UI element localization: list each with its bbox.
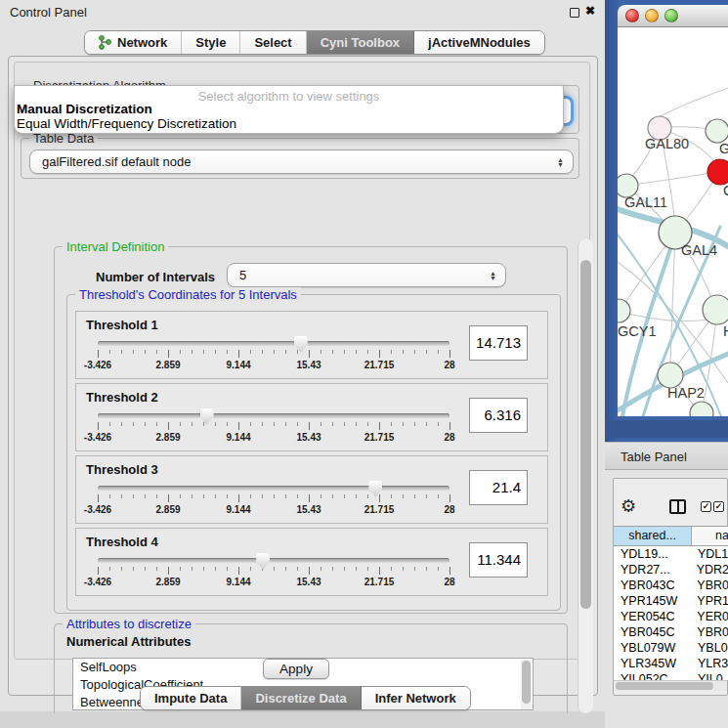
slider-tick [426,422,427,426]
cell-name: YER0 [692,609,728,624]
table-row[interactable]: YBR043CYBR0 [614,578,728,593]
slider-track[interactable] [98,558,450,563]
slider-thumb[interactable] [256,553,270,570]
slider-tick [285,567,286,571]
table-row[interactable]: YDL19...YDL1 [614,546,728,562]
num-intervals-combobox[interactable]: 5 ▲▼ [227,263,506,287]
tab-network[interactable]: Network [85,31,182,54]
cell-shared-name: YDL19... [614,546,693,562]
column-header-shared-name[interactable]: shared... [614,527,692,545]
table-body: YDL19...YDL1YDR27...YDR2YBR043CYBR0YPR14… [614,546,728,680]
apply-button[interactable]: Apply [263,659,329,679]
table-panel-area: ⚙ ✓ ✓ shared... na YDL19...YDL1YDR27...Y… [605,470,728,728]
checkbox-icon[interactable]: ✓ [701,501,711,512]
table-row[interactable]: YBR045CYBR0 [614,624,728,640]
close-traffic-light-icon[interactable] [625,9,639,22]
slider-tick [238,350,239,358]
cell-name: YPR1 [692,593,728,609]
slider-tick [180,350,181,354]
slider-tick [145,350,146,354]
scrollbar-thumb[interactable] [580,260,591,609]
columns-icon[interactable] [669,499,686,514]
vertical-scrollbar[interactable] [578,238,593,713]
slider-tick [227,350,228,354]
tab-label: Network [117,35,167,50]
table-row[interactable]: YER054CYER0 [614,609,728,624]
scale-label: 9.144 [226,360,250,370]
slider-tick [332,350,333,354]
slider-track[interactable] [98,413,450,418]
dropdown-item-equal-width[interactable]: Equal Width/Frequency Discretization [15,116,563,131]
minimize-traffic-light-icon[interactable] [645,9,659,22]
close-icon[interactable]: ✖ [585,4,595,18]
horizontal-scrollbar[interactable] [614,680,727,691]
combo-spinner-icon[interactable]: ▲▼ [557,157,564,167]
table-row[interactable]: YIL052CYIL0 [614,671,728,680]
network-view-canvas[interactable]: GAL80GACGAL11GAL4GCY1HHAP2 [618,27,728,416]
threshold-value-field[interactable]: 11.344 [469,542,528,578]
bottom-tab-impute-data[interactable]: Impute Data [141,687,241,709]
float-window-icon[interactable] [570,8,579,18]
settings-scroll-area: Interval Definition Number of Intervals … [24,238,578,713]
slider-thumb[interactable] [294,336,308,353]
bottom-tab-infer-network[interactable]: Infer Network [362,687,470,709]
tab-jactivemnodules[interactable]: jActiveMNodules [414,31,544,54]
slider-tick [438,567,439,571]
zoom-traffic-light-icon[interactable] [664,9,678,22]
numerical-attributes-label: Numerical Attributes [66,634,191,649]
network-node[interactable] [703,295,728,324]
network-node[interactable] [707,159,728,185]
scrollbar-thumb[interactable] [616,682,713,690]
scale-label: 28 [444,360,454,370]
bottom-tab-discretize-data[interactable]: Discretize Data [241,687,361,709]
threshold-value-field[interactable]: 21.4 [469,470,528,505]
network-node[interactable] [618,299,630,322]
gear-icon[interactable]: ⚙ [621,496,636,516]
slider-thumb[interactable] [200,408,214,425]
threshold-value-field[interactable]: 14.713 [469,325,528,361]
slider-tick [238,494,239,502]
tab-cyni-toolbox[interactable]: Cyni Toolbox [307,31,414,54]
table-row[interactable]: YLR345WYLR3 [614,656,728,671]
network-node[interactable] [690,402,713,416]
slider-tick [285,350,286,354]
slider-tick [156,494,157,498]
tab-style[interactable]: Style [182,31,240,54]
column-header-name[interactable]: na [692,527,728,545]
dropdown-hint-item[interactable]: Select algorithm to view settings [15,86,563,102]
node-label: GA [719,141,728,156]
combo-spinner-icon[interactable]: ▲▼ [490,271,496,280]
threshold-value-field[interactable]: 6.316 [469,398,528,433]
slider-thumb[interactable] [368,481,382,497]
network-window-titlebar[interactable] [618,5,728,27]
slider-tick [379,494,380,502]
table-row[interactable]: YDR27...YDR2 [614,562,728,578]
slider-track[interactable] [98,486,450,491]
attribute-list-scrollbar[interactable] [521,660,532,710]
slider-tick [227,422,228,426]
cell-name: YBR0 [692,578,728,593]
cell-shared-name: YBL079W [614,640,693,656]
slider-tick [344,494,345,498]
network-node[interactable] [706,119,728,143]
node-label: GAL11 [624,194,667,210]
slider-tick [227,567,228,571]
checkbox-icon[interactable]: ✓ [713,501,724,512]
scale-label: 21.715 [364,577,395,587]
bottom-tab-label: Impute Data [154,691,227,706]
slider-tick [121,350,122,354]
table-data-combobox[interactable]: galFiltered.sif default node ▲▼ [29,150,574,174]
threshold-label: Threshold 2 [86,390,158,405]
tab-select[interactable]: Select [240,31,306,54]
slider-tick [274,494,275,498]
table-row[interactable]: YBL079WYBL0 [614,640,728,656]
slider-tick [180,567,181,571]
slider-track[interactable] [98,341,450,346]
table-row[interactable]: YPR145WYPR1 [614,593,728,609]
slider-tick [109,422,110,426]
dropdown-item-manual[interactable]: Manual Discretization [15,102,563,116]
scale-label: 28 [444,432,454,443]
slider-tick [367,350,368,354]
slider-tick [285,494,286,498]
slider-tick [145,422,146,426]
